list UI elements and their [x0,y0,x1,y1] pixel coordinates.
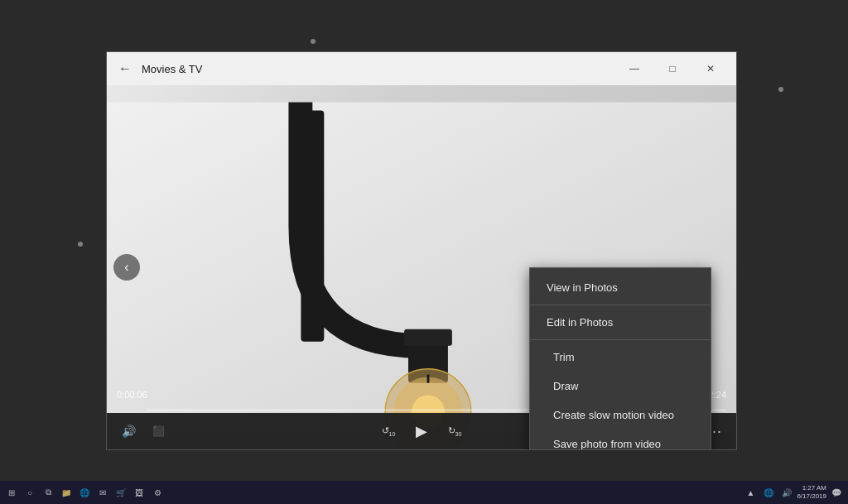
taskbar-right: ▲ 🌐 🔊 1:27 AM 6/17/2019 💬 [742,484,845,502]
time-start: 0:00:06 [117,390,147,400]
settings-button[interactable]: ⚙ [149,484,166,501]
video-area[interactable]: ‹ 0:00:06 0:02:24 🔊 ⬛ ↺10 ▶ [107,85,736,449]
movies-tv-window: ← Movies & TV — □ ✕ [106,51,737,450]
rewind-icon: ↺10 [382,425,396,437]
notification-button[interactable]: 💬 [828,484,845,501]
context-menu-divider-1 [530,305,711,305]
back-button[interactable]: ← [113,57,137,80]
network-icon[interactable]: 🌐 [760,484,777,501]
prev-button[interactable]: ‹ [113,254,140,281]
store-button[interactable]: 🛒 [113,484,129,501]
play-icon: ▶ [416,422,427,440]
context-menu-view-in-photos[interactable]: View in Photos [530,273,711,302]
minimize-button[interactable]: — [615,52,653,85]
context-menu-divider-2 [530,339,711,340]
volume-button[interactable]: 🔊 [113,416,143,446]
search-button[interactable]: ○ [22,484,38,501]
file-explorer-button[interactable]: 📁 [58,484,75,501]
context-menu-edit-in-photos[interactable]: Edit in Photos [530,308,711,337]
system-tray[interactable]: ▲ [742,484,759,501]
context-menu-slow-motion[interactable]: Create slow motion video [530,401,711,430]
desktop-dot-3 [78,242,83,247]
taskbar-clock: 1:27 AM 6/17/2019 [797,484,826,502]
maximize-button[interactable]: □ [653,52,691,85]
rewind-button[interactable]: ↺10 [373,416,403,446]
desktop-dot-2 [778,87,783,92]
edge-button[interactable]: 🌐 [76,484,93,501]
forward-button[interactable]: ↻30 [440,416,470,446]
context-menu-draw[interactable]: Draw [530,372,711,401]
window-controls: — □ ✕ [615,52,730,85]
desktop-dot-1 [311,39,316,44]
context-menu-save-photo[interactable]: Save photo from video [530,430,711,449]
context-menu-trim[interactable]: Trim [530,343,711,372]
volume-icon: 🔊 [122,425,136,438]
svg-rect-3 [404,329,452,346]
title-bar: ← Movies & TV — □ ✕ [107,52,736,85]
cast-button[interactable]: ⬛ [143,416,173,446]
progress-bar-fill [117,409,147,411]
volume-tray-icon[interactable]: 🔊 [778,484,795,501]
forward-icon: ↻30 [448,425,462,437]
task-view-button[interactable]: ⧉ [40,484,56,501]
close-button[interactable]: ✕ [691,52,730,85]
cast-icon: ⬛ [152,425,165,437]
play-button[interactable]: ▶ [407,416,436,446]
photos-button[interactable]: 🖼 [131,484,147,501]
mail-button[interactable]: ✉ [94,484,111,501]
start-button[interactable]: ⊞ [3,484,20,501]
window-title: Movies & TV [142,63,615,75]
playback-controls: ↺10 ▶ ↻30 [373,416,470,446]
context-menu: View in Photos Edit in Photos Trim Draw … [529,267,711,449]
taskbar: ⊞ ○ ⧉ 📁 🌐 ✉ 🛒 🖼 ⚙ ▲ 🌐 🔊 1:27 AM 6/17/201… [0,481,848,504]
